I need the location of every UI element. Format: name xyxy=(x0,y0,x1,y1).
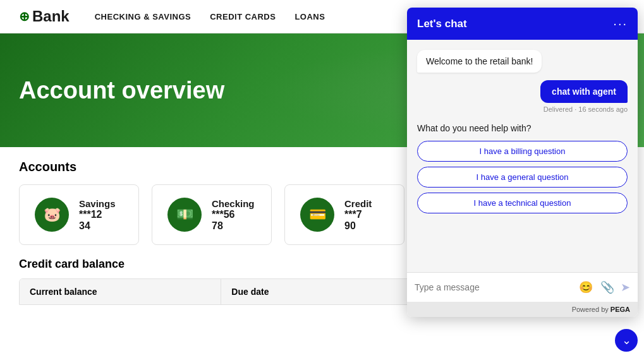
help-question: What do you need help with? xyxy=(417,123,628,133)
main-nav: CHECKING & SAVINGS CREDIT CARDS LOANS xyxy=(95,12,325,21)
scroll-down-button[interactable]: ⌄ xyxy=(615,329,638,352)
checking-number1: ***56 xyxy=(212,209,255,220)
chevron-down-icon: ⌄ xyxy=(622,333,631,347)
quick-replies: I have a billing question I have a gener… xyxy=(417,141,628,213)
chat-title: Let's chat xyxy=(417,18,467,30)
nav-checking-savings[interactable]: CHECKING & SAVINGS xyxy=(95,12,191,21)
emoji-button[interactable]: 😊 xyxy=(578,279,594,295)
pega-brand: PEGA xyxy=(611,306,630,313)
nav-loans[interactable]: LOANS xyxy=(295,12,325,21)
logo-icon: ⊕ xyxy=(19,9,30,24)
chat-input-area: 😊 📎 ➤ xyxy=(407,272,638,302)
logo-text: Bank xyxy=(32,8,70,25)
welcome-message: Welcome to the retail bank! xyxy=(417,50,542,73)
col-current-balance: Current balance xyxy=(20,279,221,304)
chat-widget: Let's chat ··· Welcome to the retail ban… xyxy=(407,8,638,317)
agent-message-wrap: chat with agent Delivered · 16 seconds a… xyxy=(417,80,628,113)
delivered-status: Delivered · 16 seconds ago xyxy=(544,105,628,113)
savings-account-card[interactable]: 🐷 Savings ***12 34 xyxy=(19,184,139,245)
page-title: Account overview xyxy=(19,77,224,104)
credit-type: Credit xyxy=(344,198,372,209)
credit-info: Credit ***7 90 xyxy=(344,198,372,232)
savings-info: Savings ***12 34 xyxy=(79,198,116,232)
credit-account-card[interactable]: 💳 Credit ***7 90 xyxy=(284,184,404,245)
bank-logo[interactable]: ⊕ Bank xyxy=(19,8,70,25)
checking-info: Checking ***56 78 xyxy=(212,198,255,232)
chat-input-row: 😊 📎 ➤ xyxy=(415,279,630,295)
chat-with-agent-bubble[interactable]: chat with agent xyxy=(540,80,628,103)
savings-number1: ***12 xyxy=(79,209,116,220)
powered-by-text: Powered by xyxy=(572,306,611,313)
chat-messages-area: Welcome to the retail bank! chat with ag… xyxy=(407,40,638,272)
checking-account-card[interactable]: 💵 Checking ***56 78 xyxy=(152,184,272,245)
chat-header: Let's chat ··· xyxy=(407,8,638,40)
credit-icon: 💳 xyxy=(300,198,334,232)
savings-type: Savings xyxy=(79,198,116,209)
general-question-button[interactable]: I have a general question xyxy=(417,167,628,188)
nav-credit-cards[interactable]: CREDIT CARDS xyxy=(210,12,276,21)
checking-icon: 💵 xyxy=(167,198,202,232)
savings-number2: 34 xyxy=(79,220,116,232)
credit-number2: 90 xyxy=(344,220,372,232)
chat-more-options-button[interactable]: ··· xyxy=(613,16,628,31)
checking-type: Checking xyxy=(212,198,255,209)
chat-message-input[interactable] xyxy=(415,282,573,292)
technical-question-button[interactable]: I have a technical question xyxy=(417,193,628,213)
billing-question-button[interactable]: I have a billing question xyxy=(417,141,628,162)
send-icon: ➤ xyxy=(621,280,630,294)
col-due-date: Due date xyxy=(221,279,423,304)
chat-footer: Powered by PEGA xyxy=(407,302,638,317)
attachment-button[interactable]: 📎 xyxy=(599,279,616,295)
savings-icon: 🐷 xyxy=(35,198,69,232)
checking-number2: 78 xyxy=(212,220,255,232)
credit-number1: ***7 xyxy=(344,209,372,220)
